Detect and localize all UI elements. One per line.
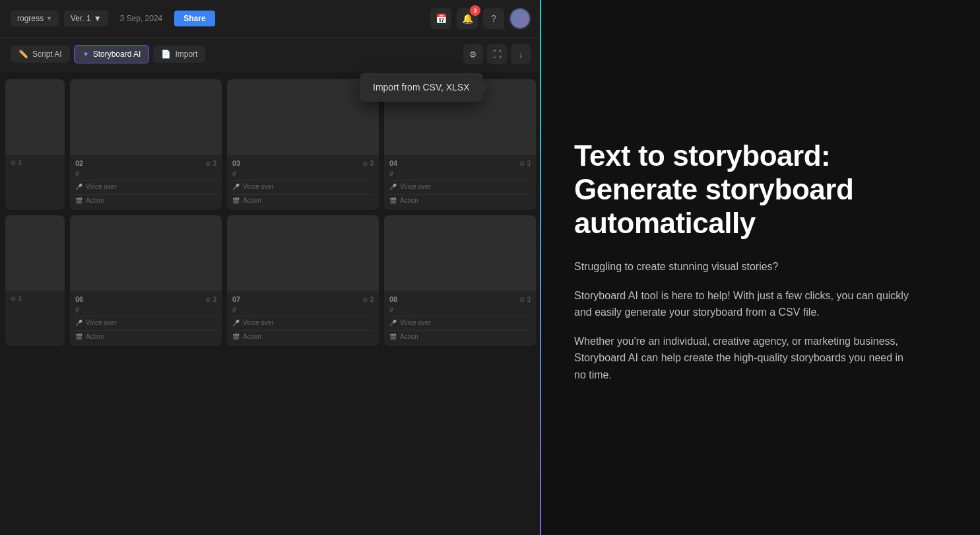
help-button[interactable]: ? (483, 8, 504, 29)
video-icon-08: 🎬 (389, 334, 397, 340)
card-count-02: ⊙ 3 (205, 160, 216, 167)
card-action-08: 🎬 Action (389, 330, 531, 342)
story-card-07[interactable]: 07 ⊙ 3 # 🎤 Voice over 🎬 Action (227, 215, 379, 346)
video-icon-06: 🎬 (75, 334, 82, 340)
card-voiceover-08: 🎤 Voice over (389, 316, 531, 328)
card-action-06: 🎬 Action (75, 330, 216, 342)
card-hash-04: # (389, 170, 531, 178)
card-hash-02: # (75, 170, 216, 178)
card-footer-04: 04 ⊙ 3 # 🎤 Voice over 🎬 Action (384, 155, 536, 210)
main-heading: Text to storyboard: Generate storyboard … (574, 139, 947, 240)
toolbar: ✏️ Script AI ✦ Storyboard AI 📄 Import ⚙ … (0, 38, 541, 71)
card-count-07: ⊙ 3 (362, 296, 374, 303)
avatar-button[interactable] (509, 8, 531, 29)
description-1: Struggling to create stunning visual sto… (574, 258, 917, 275)
card-image-06 (70, 215, 222, 291)
mic-icon-06: 🎤 (75, 320, 82, 326)
card-count-01: ⊙ 3 (11, 159, 22, 166)
card-action-07: 🎬 Action (232, 330, 374, 342)
heading-line1: Text to storyboard: (574, 139, 830, 172)
card-footer-02: 02 ⊙ 3 # 🎤 Voice over 🎬 Action (70, 155, 222, 210)
filter-icon: ⚙ (469, 50, 477, 59)
card-count-06: ⊙ 3 (205, 296, 216, 303)
import-button[interactable]: 📄 Import (153, 46, 205, 63)
progress-label: rogress (17, 14, 44, 23)
card-voiceover-02: 🎤 Voice over (75, 180, 216, 192)
dropdown-arrow (483, 82, 490, 92)
heading-line3: automatically (574, 207, 756, 239)
action-label-04: Action (400, 197, 418, 204)
card-num-06: 06 (75, 295, 83, 303)
calendar-icon: 📅 (436, 13, 447, 24)
import-dropdown[interactable]: Import from CSV, XLSX (360, 73, 483, 102)
bell-icon: 🔔 (462, 13, 473, 24)
card-action-02: 🎬 Action (75, 194, 216, 206)
card-voiceover-03: 🎤 Voice over (232, 180, 374, 192)
card-image-03 (227, 79, 379, 155)
storyboard-ai-label: Storyboard AI (93, 50, 141, 59)
card-image-05 (5, 215, 65, 291)
help-icon: ? (491, 13, 496, 24)
eye-icon-03: ⊙ (362, 160, 368, 167)
eye-icon-02: ⊙ (205, 160, 211, 167)
card-num-03: 03 (232, 159, 240, 167)
card-hash-03: # (232, 170, 374, 178)
eye-icon-04: ⊙ (519, 160, 525, 167)
card-footer-08: 08 ⊙ 3 # 🎤 Voice over 🎬 Action (384, 291, 536, 346)
card-voiceover-04: 🎤 Voice over (389, 180, 531, 192)
top-bar: rogress ▼ Ver. 1 ▼ 3 Sep, 2024 Share 📅 🔔… (0, 0, 541, 38)
storyboard-grid: ⊙ 3 02 ⊙ 3 # 🎤 Voic (0, 71, 541, 354)
voiceover-label-03: Voice over (243, 183, 274, 190)
eye-icon-05: ⊙ (11, 295, 16, 303)
card-image-08 (384, 215, 536, 291)
card-hash-06: # (75, 306, 216, 314)
card-footer-01: ⊙ 3 (5, 155, 65, 173)
card-count-05: ⊙ 3 (11, 295, 22, 303)
import-icon: 📄 (161, 50, 171, 59)
mic-icon-08: 🎤 (389, 320, 397, 326)
notification-button[interactable]: 🔔 3 (457, 8, 478, 29)
story-card-03[interactable]: 03 ⊙ 3 # 🎤 Voice over 🎬 Action (227, 79, 379, 210)
card-footer-03: 03 ⊙ 3 # 🎤 Voice over 🎬 Action (227, 155, 379, 210)
video-icon-03: 🎬 (232, 197, 240, 204)
description-2: Storyboard AI tool is here to help! With… (574, 287, 917, 321)
card-hash-08: # (389, 306, 531, 314)
share-button[interactable]: Share (174, 11, 214, 26)
filter-button[interactable]: ⚙ (463, 44, 483, 64)
progress-button[interactable]: rogress ▼ (11, 11, 59, 26)
video-icon-02: 🎬 (75, 197, 82, 204)
story-card-02[interactable]: 02 ⊙ 3 # 🎤 Voice over 🎬 Action (70, 79, 222, 210)
version-chevron: ▼ (94, 14, 102, 23)
progress-chevron: ▼ (46, 15, 52, 22)
date-label: 3 Sep, 2024 (114, 11, 170, 26)
card-num-07: 07 (232, 295, 240, 303)
avatar (511, 9, 529, 28)
fullscreen-icon: ⛶ (493, 50, 502, 59)
story-card-01[interactable]: ⊙ 3 (5, 79, 65, 210)
story-card-05[interactable]: ⊙ 3 (5, 215, 65, 346)
voiceover-label-07: Voice over (243, 319, 274, 326)
story-card-06[interactable]: 06 ⊙ 3 # 🎤 Voice over 🎬 Action (70, 215, 222, 346)
calendar-icon-button[interactable]: 📅 (430, 8, 451, 29)
voiceover-label-06: Voice over (86, 319, 117, 326)
action-label-03: Action (243, 197, 261, 204)
eye-icon-07: ⊙ (362, 296, 368, 303)
description-3: Whether you're an individual, creative a… (574, 333, 917, 384)
mic-icon-07: 🎤 (232, 320, 240, 326)
fullscreen-button[interactable]: ⛶ (487, 44, 507, 64)
storyboard-ai-button[interactable]: ✦ Storyboard AI (74, 45, 150, 63)
download-button[interactable]: ↓ (511, 44, 531, 64)
import-label: Import (175, 50, 197, 59)
script-ai-button[interactable]: ✏️ Script AI (11, 46, 70, 63)
card-num-02: 02 (75, 159, 83, 167)
script-icon: ✏️ (18, 50, 28, 59)
action-label-06: Action (86, 333, 104, 340)
eye-icon-06: ⊙ (205, 296, 211, 303)
version-label: Ver. 1 (71, 14, 91, 23)
story-card-08[interactable]: 08 ⊙ 3 # 🎤 Voice over 🎬 Action (384, 215, 536, 346)
card-voiceover-07: 🎤 Voice over (232, 316, 374, 328)
mic-icon-02: 🎤 (75, 184, 82, 190)
card-count-08: ⊙ 3 (519, 296, 531, 303)
version-button[interactable]: Ver. 1 ▼ (64, 11, 108, 26)
card-image-01 (5, 79, 65, 155)
